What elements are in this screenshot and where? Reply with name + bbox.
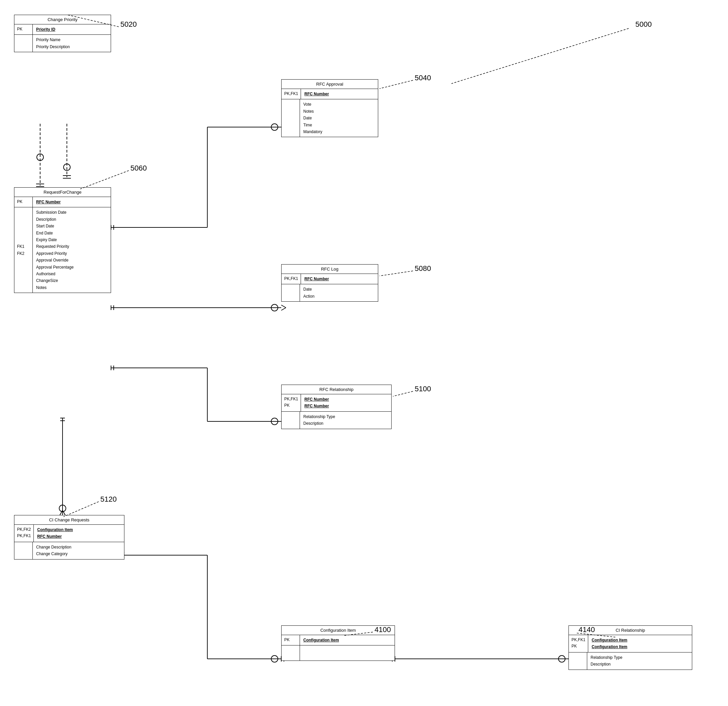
svg-line-35	[62, 510, 65, 515]
ci-relationship-pk-row: PK,FK1PK Configuration Item Configuratio…	[569, 635, 692, 653]
rfc-log-entity: RFC Log PK,FK1 RFC Number DateAction	[281, 264, 378, 302]
rfc-approval-fields-row: VoteNotesDateTimeMandatory	[282, 99, 378, 137]
rfc-log-empty-key	[282, 284, 300, 301]
rfc-relationship-pk-row: PK,FK1PK RFC Number RFC Number	[282, 394, 391, 412]
label-5060: 5060	[130, 164, 147, 173]
rfc-relationship-fields: Relationship TypeDescription	[300, 412, 338, 429]
label-4100: 4100	[374, 625, 391, 634]
label-5080: 5080	[415, 264, 431, 273]
request-for-change-fields-row: FK1FK2 Submission DateDescriptionStart D…	[14, 207, 111, 293]
label-4140: 4140	[579, 625, 595, 634]
ci-relationship-pk-key: PK,FK1PK	[569, 635, 588, 652]
rfc-relationship-pk-fields: RFC Number RFC Number	[301, 394, 332, 411]
ci-change-requests-entity: CI Change Requests PK,FK2PK,FK1 Configur…	[14, 515, 124, 560]
ci-change-requests-pk-key: PK,FK2PK,FK1	[14, 525, 34, 542]
rfc-relationship-empty-key	[282, 412, 300, 429]
svg-point-3	[64, 164, 70, 170]
ci-relationship-pk-fields: Configuration Item Configuration Item	[588, 635, 631, 652]
change-priority-pk-fields: Priority ID	[33, 25, 59, 35]
configuration-item-pk-row: PK Configuration Item	[282, 635, 394, 645]
change-priority-pk-key: PK	[14, 25, 33, 35]
request-for-change-entity: RequestForChange PK RFC Number FK1FK2 Su…	[14, 187, 111, 293]
svg-point-41	[271, 655, 278, 662]
svg-point-27	[271, 418, 278, 425]
ci-relationship-empty-key	[569, 653, 587, 670]
rfc-log-fields-row: DateAction	[282, 284, 378, 301]
change-priority-entity: Change Priority PK Priority ID Priority …	[14, 15, 111, 52]
rfc-relationship-title: RFC Relationship	[282, 385, 391, 394]
change-priority-empty-key	[14, 35, 33, 52]
svg-point-33	[59, 505, 66, 512]
svg-line-50	[451, 29, 629, 84]
configuration-item-empty-row	[282, 645, 394, 661]
label-5100: 5100	[415, 385, 431, 393]
rfc-log-pk-key: PK,FK1	[282, 274, 301, 284]
request-for-change-title: RequestForChange	[14, 188, 111, 197]
request-for-change-pk-fields: RFC Number	[33, 197, 64, 207]
ci-relationship-fields-row: Relationship TypeDescription	[569, 653, 692, 670]
change-priority-pk-row: PK Priority ID	[14, 25, 111, 35]
svg-line-55	[393, 391, 413, 396]
rfc-approval-fields: VoteNotesDateTimeMandatory	[300, 99, 326, 137]
label-5120: 5120	[100, 495, 117, 504]
svg-point-2	[37, 154, 43, 160]
rfc-log-pk-fields: RFC Number	[301, 274, 332, 284]
svg-point-19	[271, 304, 278, 311]
request-for-change-pk-key: PK	[14, 197, 33, 207]
label-5040: 5040	[415, 74, 431, 82]
rfc-relationship-pk-key: PK,FK1PK	[282, 394, 301, 411]
svg-line-52	[380, 80, 413, 89]
request-for-change-pk-row: PK RFC Number	[14, 197, 111, 207]
configuration-item-pk-key: PK	[282, 635, 300, 645]
rfc-approval-empty-key	[282, 99, 300, 137]
rfc-approval-pk-key: PK,FK1	[282, 89, 301, 99]
label-5000: 5000	[636, 20, 652, 29]
ci-relationship-fields: Relationship TypeDescription	[587, 653, 626, 670]
ci-change-requests-empty-key	[14, 542, 33, 559]
svg-line-20	[281, 305, 286, 308]
ci-change-requests-title: CI Change Requests	[14, 515, 124, 525]
svg-line-54	[380, 271, 413, 276]
change-priority-fields: Priority NamePriority Description	[33, 35, 73, 52]
configuration-item-empty-key	[282, 645, 300, 661]
ci-change-requests-fields: Change DescriptionChange Category	[33, 542, 75, 559]
request-for-change-fields: Submission DateDescriptionStart DateEnd …	[33, 207, 77, 293]
rfc-approval-pk-row: PK,FK1 RFC Number	[282, 89, 378, 99]
configuration-item-empty-fields	[300, 645, 307, 661]
rfc-log-fields: DateAction	[300, 284, 318, 301]
rfc-log-title: RFC Log	[282, 264, 378, 274]
rfc-log-pk-row: PK,FK1 RFC Number	[282, 274, 378, 284]
configuration-item-pk-fields: Configuration Item	[300, 635, 342, 645]
svg-point-47	[559, 655, 565, 662]
rfc-relationship-fields-row: Relationship TypeDescription	[282, 412, 391, 429]
ci-change-requests-pk-fields: Configuration Item RFC Number	[34, 525, 76, 542]
svg-line-34	[60, 510, 62, 515]
rfc-approval-title: RFC Approval	[282, 79, 378, 89]
rfc-relationship-entity: RFC Relationship PK,FK1PK RFC Number RFC…	[281, 385, 391, 429]
svg-line-56	[64, 502, 99, 517]
rfc-approval-pk-fields: RFC Number	[301, 89, 332, 99]
svg-line-53	[80, 170, 129, 189]
change-priority-fields-row: Priority NamePriority Description	[14, 35, 111, 52]
request-for-change-fk-key: FK1FK2	[14, 207, 33, 293]
ci-change-requests-pk-row: PK,FK2PK,FK1 Configuration Item RFC Numb…	[14, 525, 124, 542]
label-5020: 5020	[120, 20, 137, 29]
rfc-approval-entity: RFC Approval PK,FK1 RFC Number VoteNotes…	[281, 79, 378, 137]
svg-point-13	[271, 124, 278, 130]
svg-line-21	[281, 308, 286, 310]
ci-change-requests-fields-row: Change DescriptionChange Category	[14, 542, 124, 559]
diagram-container: Change Priority PK Priority ID Priority …	[0, 0, 728, 706]
change-priority-title: Change Priority	[14, 15, 111, 25]
